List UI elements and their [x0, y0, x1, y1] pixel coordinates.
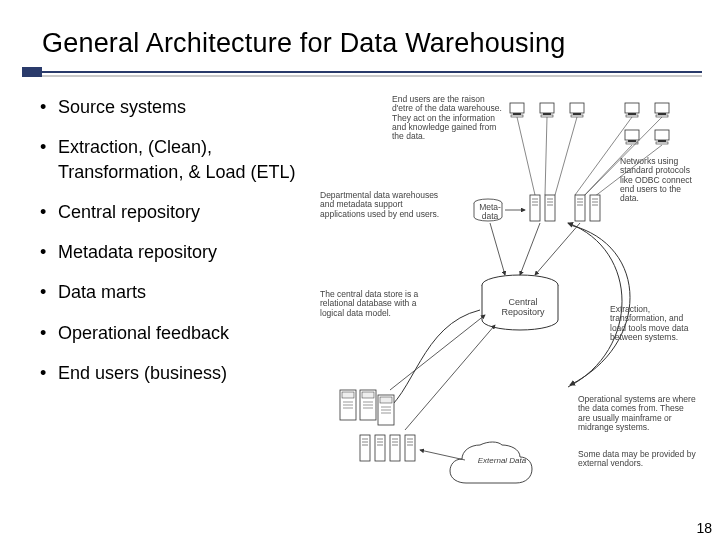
- svg-line-12: [517, 117, 535, 195]
- bullet-text: Central repository: [58, 200, 200, 224]
- diagram-note-dept-dw: Departmental data warehouses and metadat…: [320, 191, 445, 219]
- svg-line-24: [490, 223, 505, 275]
- list-item: •Data marts: [40, 280, 320, 304]
- svg-line-14: [555, 117, 577, 195]
- list-item: •Operational feedback: [40, 321, 320, 345]
- architecture-diagram: End users are the raison d'etre of the d…: [320, 95, 700, 485]
- bullet-text: End users (business): [58, 361, 227, 385]
- diagram-label-central-repo: Central Repository: [488, 298, 558, 318]
- list-item: •End users (business): [40, 361, 320, 385]
- bullet-text: Operational feedback: [58, 321, 229, 345]
- diagram-note-end-users: End users are the raison d'etre of the d…: [392, 95, 502, 142]
- diagram-note-networks: Networks using standard protocols like O…: [620, 157, 698, 204]
- svg-line-13: [545, 117, 547, 195]
- diagram-note-etl: Extraction, transformation, and load too…: [610, 305, 698, 342]
- list-item: •Extraction, (Clean), Transformation, & …: [40, 135, 320, 184]
- page-title: General Architecture for Data Warehousin…: [42, 28, 720, 59]
- page-number: 18: [696, 520, 712, 536]
- svg-line-27: [420, 450, 465, 460]
- bullet-list: •Source systems •Extraction, (Clean), Tr…: [40, 95, 320, 485]
- svg-line-23: [535, 223, 580, 275]
- list-item: •Source systems: [40, 95, 320, 119]
- bullet-text: Metadata repository: [58, 240, 217, 264]
- diagram-note-central-repo: The central data store is a relational d…: [320, 290, 440, 318]
- list-item: •Central repository: [40, 200, 320, 224]
- list-item: •Metadata repository: [40, 240, 320, 264]
- diagram-note-operational: Operational systems are where the data c…: [578, 395, 696, 432]
- bullet-text: Extraction, (Clean), Transformation, & L…: [58, 135, 320, 184]
- bullet-text: Source systems: [58, 95, 186, 119]
- diagram-note-external: Some data may be provided by external ve…: [578, 450, 696, 469]
- bullet-text: Data marts: [58, 280, 146, 304]
- svg-line-22: [520, 223, 540, 275]
- title-underline: [42, 65, 720, 77]
- diagram-label-external: External Data: [472, 457, 532, 466]
- svg-line-26: [405, 325, 495, 430]
- svg-line-25: [390, 315, 485, 390]
- diagram-label-metadata: Meta-data: [475, 203, 505, 222]
